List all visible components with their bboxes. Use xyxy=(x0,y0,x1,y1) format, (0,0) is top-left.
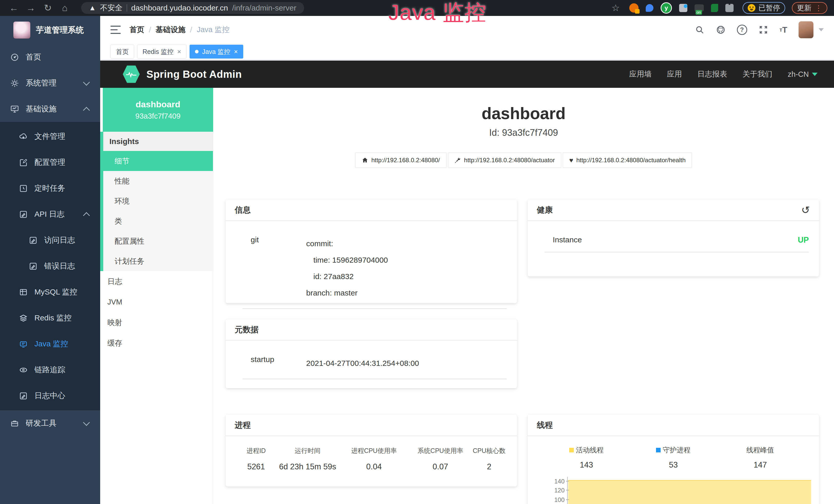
extension-y-icon[interactable]: y xyxy=(661,2,672,14)
sidebar-item-api-logs[interactable]: API 日志 xyxy=(0,201,100,227)
sidebar-item-error-logs[interactable]: 错误日志 xyxy=(0,253,100,279)
briefcase-icon xyxy=(10,418,20,428)
sba-language-select[interactable]: zh-CN xyxy=(788,70,817,78)
sidebar-item-access-logs[interactable]: 访问日志 xyxy=(0,227,100,253)
menu-item-classes[interactable]: 类 xyxy=(103,211,213,231)
sidebar-item-label: 日志中心 xyxy=(35,391,65,401)
tab-java-monitor[interactable]: Java 监控 × xyxy=(190,45,243,59)
eye-icon xyxy=(19,365,28,375)
sba-language-value: zh-CN xyxy=(788,70,809,78)
insights-group: Insights 细节 性能 环境 类 配置属性 计划任务 xyxy=(100,132,213,271)
sidebar-item-redis-monitor[interactable]: Redis 监控 xyxy=(0,305,100,331)
extension-onetab-icon[interactable]: on xyxy=(695,4,704,12)
tab-redis-monitor[interactable]: Redis 监控 × xyxy=(137,45,186,59)
sba-nav-wallboard[interactable]: 应用墙 xyxy=(629,69,652,79)
ytick-100: 100 xyxy=(542,496,565,503)
sidebar-item-file-mgmt[interactable]: 文件管理 xyxy=(0,123,100,150)
sidebar-item-home[interactable]: 首页 xyxy=(0,44,100,70)
menu-item-mappings[interactable]: 映射 xyxy=(100,312,213,333)
browser-back-icon[interactable]: ← xyxy=(7,3,21,13)
font-size-icon[interactable]: тT xyxy=(780,25,787,35)
instance-header[interactable]: dashboard 93a3fc7f7409 xyxy=(103,88,213,132)
col-header-system-cpu: 系统CPU使用率 xyxy=(409,446,471,455)
process-table-values: 5261 6d 23h 15m 59s 0.04 0.07 2 xyxy=(236,462,507,472)
url-host: dashboard.yudao.iocoder.cn xyxy=(131,4,228,12)
sidebar-item-infra[interactable]: 基础设施 xyxy=(0,96,100,122)
layers-icon xyxy=(19,313,28,323)
info-card-header: 信息 xyxy=(225,200,517,221)
gear-icon xyxy=(10,78,20,88)
search-icon[interactable] xyxy=(695,25,705,35)
endpoint-links: http://192.168.0.2:48080/ http://192.168… xyxy=(213,153,834,168)
database-grid-icon xyxy=(19,287,28,297)
close-icon[interactable]: × xyxy=(177,48,181,56)
user-menu-caret-icon[interactable] xyxy=(818,28,824,31)
spring-boot-admin-logo-icon[interactable] xyxy=(123,65,140,84)
sidebar-item-tracing[interactable]: 链路追踪 xyxy=(0,357,100,383)
health-url-button[interactable]: ♥ http://192.168.0.2:48080/actuator/heal… xyxy=(563,153,692,168)
sidebar-item-label: MySQL 监控 xyxy=(35,287,77,297)
menu-item-caches[interactable]: 缓存 xyxy=(100,333,213,353)
menu-item-config-props[interactable]: 配置属性 xyxy=(103,231,213,251)
sidebar-item-scheduled-jobs[interactable]: 定时任务 xyxy=(0,175,100,201)
menu-item-metrics[interactable]: 性能 xyxy=(103,171,213,191)
info-git-row: git commit: time: 1596289704000 id: 27aa… xyxy=(242,235,507,309)
menu-item-jvm[interactable]: JVM xyxy=(100,292,213,312)
browser-menu-dots-icon[interactable]: ⋮ xyxy=(815,4,822,12)
sidebar-item-label: 研发工具 xyxy=(26,418,57,429)
fullscreen-icon[interactable] xyxy=(759,25,768,35)
profile-emoji-icon xyxy=(748,4,755,12)
process-card-header: 进程 xyxy=(225,415,517,436)
github-icon[interactable] xyxy=(716,25,726,35)
breadcrumb-home[interactable]: 首页 xyxy=(129,25,144,35)
sidebar-item-mysql-monitor[interactable]: MySQL 监控 xyxy=(0,279,100,305)
sba-nav-applications[interactable]: 应用 xyxy=(667,69,682,79)
close-icon[interactable]: × xyxy=(234,48,238,56)
sidebar-item-log-center[interactable]: 日志中心 xyxy=(0,383,100,409)
browser-home-icon[interactable]: ⌂ xyxy=(58,3,72,13)
sidebar-item-label: 定时任务 xyxy=(35,183,65,193)
profile-paused-chip[interactable]: 已暂停 xyxy=(743,2,785,14)
sidebar-item-dev-tools[interactable]: 研发工具 xyxy=(0,410,100,436)
health-card-header: 健康 ↺ xyxy=(528,200,819,221)
extensions-puzzle-icon[interactable] xyxy=(725,4,733,12)
sba-nav-about[interactable]: 关于我们 xyxy=(743,69,772,79)
extension-leaf-icon[interactable] xyxy=(711,4,718,12)
menu-item-environment[interactable]: 环境 xyxy=(103,191,213,211)
menu-item-details[interactable]: 细节 xyxy=(103,151,213,171)
bookmark-star-icon[interactable]: ☆ xyxy=(612,3,620,13)
menu-item-scheduled-tasks[interactable]: 计划任务 xyxy=(103,251,213,271)
browser-forward-icon[interactable]: → xyxy=(24,3,38,13)
sidebar-item-config-mgmt[interactable]: 配置管理 xyxy=(0,150,100,175)
sidebar-submenu-infra: 文件管理 配置管理 定时任务 API 日志 xyxy=(0,122,100,410)
browser-reload-icon[interactable]: ↻ xyxy=(41,3,55,13)
value-system-cpu: 0.07 xyxy=(409,462,471,472)
tab-home[interactable]: 首页 xyxy=(110,45,134,59)
sidebar-item-label: 系统管理 xyxy=(26,78,57,88)
avatar[interactable] xyxy=(798,21,813,38)
service-url: http://192.168.0.2:48080/ xyxy=(371,157,440,164)
extension-colorzilla-icon[interactable] xyxy=(629,3,639,13)
chevron-down-icon xyxy=(812,73,817,76)
sidebar-item-system[interactable]: 系统管理 xyxy=(0,70,100,96)
chrome-update-button[interactable]: 更新 ⋮ xyxy=(792,2,827,14)
git-id-line: id: 27aa832 xyxy=(306,268,507,285)
url-path: /infra/admin-server xyxy=(232,4,297,12)
extension-grid-icon[interactable] xyxy=(679,4,687,12)
extension-eyedropper-icon[interactable] xyxy=(646,4,654,12)
sidebar-item-java-monitor[interactable]: Java 监控 xyxy=(0,331,100,357)
info-card: 信息 git commit: time: 1596289704000 id: 2… xyxy=(225,200,517,303)
service-url-button[interactable]: http://192.168.0.2:48080/ xyxy=(355,153,446,168)
sba-nav-journal[interactable]: 日志报表 xyxy=(697,69,727,79)
instance-summary: dashboard Id: 93a3fc7f7409 http://192.16… xyxy=(213,88,834,168)
help-icon[interactable]: ? xyxy=(737,25,747,35)
menu-item-logs[interactable]: 日志 xyxy=(100,271,213,292)
sidebar-collapse-icon[interactable] xyxy=(110,26,121,34)
breadcrumb-infra[interactable]: 基础设施 xyxy=(156,25,185,35)
history-icon[interactable]: ↺ xyxy=(801,205,810,215)
address-bar[interactable]: ▲️ 不安全 dashboard.yudao.iocoder.cn /infra… xyxy=(81,2,304,14)
instance-name: dashboard xyxy=(136,99,180,109)
timer-icon xyxy=(19,184,28,193)
actuator-url-button[interactable]: http://192.168.0.2:48080/actuator xyxy=(448,153,562,168)
app-logo-row[interactable]: 芋道管理系统 xyxy=(0,16,100,44)
